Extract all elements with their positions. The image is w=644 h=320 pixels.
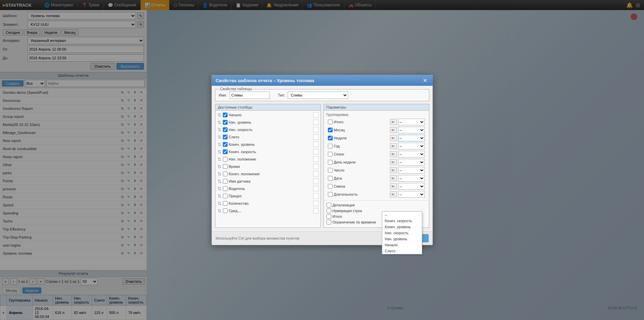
group-sort-button[interactable]: ≡↕ (390, 191, 397, 197)
column-expand-btn[interactable] (313, 171, 318, 177)
column-item: ⇅ Нач. положение (216, 155, 320, 163)
column-checkbox[interactable] (223, 179, 228, 184)
drag-handle-icon[interactable]: ⇅ (217, 164, 221, 169)
group-checkbox[interactable] (328, 184, 333, 189)
group-value-select[interactable]: -- (398, 159, 425, 166)
column-expand-btn[interactable] (313, 112, 318, 118)
group-value-select[interactable]: -- (398, 175, 425, 182)
drag-handle-icon[interactable]: ⇅ (217, 142, 221, 147)
group-sort-button[interactable]: ≡↕ (390, 151, 397, 157)
checkbox-input[interactable] (327, 208, 331, 213)
group-checkbox[interactable] (328, 136, 333, 140)
group-item: Число ≡↕ -- (327, 166, 426, 174)
drag-handle-icon[interactable]: ⇅ (217, 201, 221, 206)
group-value-select[interactable]: -- (398, 143, 425, 149)
dropdown-item[interactable]: Начало (382, 242, 422, 248)
drag-handle-icon[interactable]: ⇅ (217, 134, 221, 140)
group-sort-button[interactable]: ≡↕ (390, 159, 397, 165)
group-sort-button[interactable]: ≡↕ (390, 127, 397, 133)
dropdown-item[interactable]: Нач. скорость (382, 230, 422, 236)
drag-handle-icon[interactable]: ⇅ (217, 186, 221, 191)
column-checkbox[interactable] (223, 194, 228, 198)
column-checkbox[interactable] (223, 135, 228, 139)
group-item: Неделя ≡↕ -- (327, 134, 426, 142)
type-select[interactable]: Сливы (288, 91, 348, 99)
group-value-select[interactable]: -- (398, 119, 425, 125)
column-expand-btn[interactable] (313, 134, 318, 140)
group-checkbox[interactable] (328, 152, 333, 156)
drag-handle-icon[interactable]: ⇅ (217, 193, 221, 199)
group-value-select[interactable]: -- (398, 127, 425, 133)
column-expand-btn[interactable] (313, 142, 318, 147)
dropdown-item[interactable]: Конеч. скорость (382, 218, 422, 224)
drag-handle-icon[interactable]: ⇅ (217, 127, 221, 132)
column-label: Конеч. скорость (229, 150, 312, 154)
dropdown-item[interactable]: -- (382, 212, 422, 218)
modal-close-button[interactable]: ✕ (422, 77, 429, 84)
group-checkbox[interactable] (328, 160, 333, 165)
drag-handle-icon[interactable]: ⇅ (217, 179, 221, 184)
group-sort-button[interactable]: ≡↕ (390, 167, 397, 173)
group-checkbox[interactable] (328, 144, 333, 148)
column-checkbox[interactable] (223, 113, 228, 117)
column-label: Нач. положение (229, 157, 312, 161)
group-sort-button[interactable]: ≡↕ (390, 135, 397, 141)
checkbox-input[interactable] (327, 214, 331, 219)
column-item: ⇅ Конеч. скорость (216, 148, 320, 155)
group-label: Неделя (334, 136, 389, 140)
group-checkbox[interactable] (328, 128, 333, 132)
column-expand-btn[interactable] (313, 127, 318, 132)
group-value-select[interactable]: -- (398, 191, 425, 198)
dropdown-item[interactable]: Конеч. уровень (382, 224, 422, 230)
column-checkbox[interactable] (223, 149, 228, 154)
column-expand-btn[interactable] (313, 120, 318, 125)
column-checkbox[interactable] (223, 127, 228, 132)
group-value-select[interactable]: -- (398, 151, 425, 157)
drag-handle-icon[interactable]: ⇅ (217, 208, 221, 213)
group-sort-button[interactable]: ≡↕ (390, 175, 397, 181)
name-input[interactable] (230, 91, 270, 99)
column-expand-btn[interactable] (313, 201, 318, 206)
column-checkbox[interactable] (223, 208, 228, 213)
column-expand-btn[interactable] (313, 208, 318, 213)
checkbox-input[interactable] (327, 220, 331, 225)
column-expand-btn[interactable] (313, 164, 318, 169)
group-sort-button[interactable]: ≡↕ (390, 119, 397, 125)
column-expand-btn[interactable] (313, 186, 318, 191)
column-list: ⇅ Начало ⇅ Нач. уровень ⇅ Нач. скорость … (215, 111, 320, 218)
column-checkbox[interactable] (223, 142, 228, 147)
checkbox-input[interactable] (327, 203, 331, 207)
column-checkbox[interactable] (223, 186, 228, 191)
group-sort-button[interactable]: ≡↕ (390, 143, 397, 149)
column-expand-btn[interactable] (313, 156, 318, 162)
drag-handle-icon[interactable]: ⇅ (217, 112, 221, 118)
drag-handle-icon[interactable]: ⇅ (217, 156, 221, 162)
group-value-select[interactable]: -- (398, 167, 425, 174)
group-checkbox[interactable] (328, 168, 333, 173)
column-checkbox[interactable] (223, 201, 228, 206)
column-label: Количество (229, 201, 312, 205)
column-item: ⇅ Время (216, 163, 320, 170)
drag-handle-icon[interactable]: ⇅ (217, 171, 221, 177)
group-sort-button[interactable]: ≡↕ (390, 183, 397, 189)
drag-handle-icon[interactable]: ⇅ (217, 120, 221, 125)
column-expand-btn[interactable] (313, 179, 318, 184)
modal-titlebar: Свойства шаблона отчета – Уровень топлив… (212, 75, 433, 86)
column-checkbox[interactable] (223, 157, 228, 162)
column-checkbox[interactable] (223, 120, 228, 125)
column-item: ⇅ Прицеп (216, 192, 320, 200)
group-checkbox[interactable] (328, 176, 333, 181)
group-checkbox[interactable] (328, 120, 333, 124)
column-expand-btn[interactable] (313, 193, 318, 199)
group-value-select[interactable]: -- (398, 135, 425, 141)
column-expand-btn[interactable] (313, 149, 318, 154)
group-value-select[interactable]: -- (398, 183, 425, 190)
column-checkbox[interactable] (223, 164, 228, 169)
drag-handle-icon[interactable]: ⇅ (217, 149, 221, 154)
column-checkbox[interactable] (223, 172, 228, 176)
group-checkbox[interactable] (328, 192, 333, 197)
dropdown-item[interactable]: Нач. уровень (382, 236, 422, 242)
group-item: Итого ≡↕ -- (327, 118, 426, 126)
column-item: ⇅ Количество (216, 200, 320, 207)
dropdown-item[interactable]: Слито (382, 248, 422, 254)
